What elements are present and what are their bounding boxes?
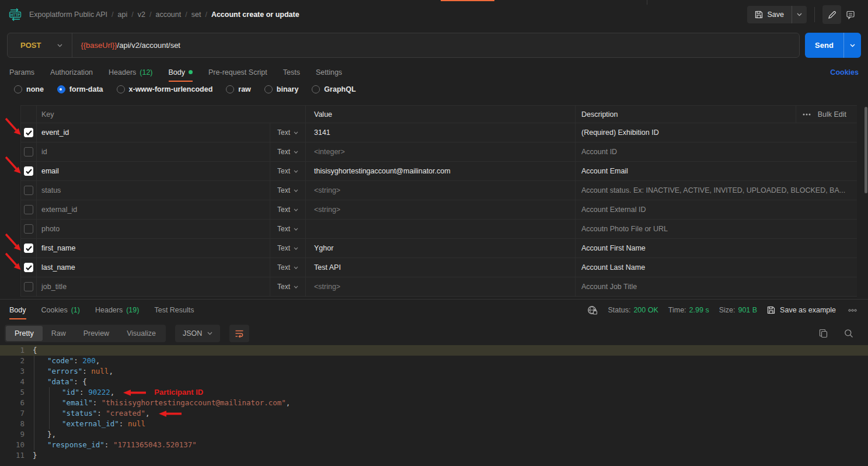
body-mode-none[interactable]: none (14, 85, 44, 93)
search-response-button[interactable] (842, 327, 855, 340)
body-mode-form-data[interactable]: form-data (57, 85, 103, 93)
tab-params[interactable]: Params (9, 62, 34, 82)
save-options-button[interactable] (792, 6, 807, 23)
tab-headers[interactable]: Headers(12) (109, 62, 152, 82)
value-cell[interactable]: <string> (306, 181, 576, 200)
view-tab-pretty[interactable]: Pretty (6, 326, 43, 341)
response-more-options-button[interactable] (846, 304, 859, 317)
value-cell[interactable]: <string> (306, 277, 576, 296)
type-selector[interactable]: Text (270, 123, 306, 142)
line-number: 7 (0, 408, 33, 419)
edit-button[interactable] (822, 5, 841, 24)
wrap-text-button[interactable] (229, 325, 249, 342)
body-mode-raw[interactable]: raw (226, 85, 251, 93)
response-view-bar: PrettyRawPreviewVisualize JSON (0, 324, 868, 343)
bulk-edit-button[interactable]: Bulk Edit (796, 106, 857, 123)
view-tab-visualize[interactable]: Visualize (118, 326, 165, 341)
response-tab-test-results[interactable]: Test Results (154, 300, 194, 321)
type-selector[interactable]: Text (270, 142, 306, 161)
body-mode-graphql[interactable]: GraphQL (312, 85, 355, 93)
response-tab-cookies[interactable]: Cookies(1) (41, 300, 80, 321)
body-modified-dot-icon (189, 70, 193, 74)
value-cell[interactable]: <integer> (306, 142, 576, 161)
view-tab-preview[interactable]: Preview (75, 326, 118, 341)
row-checkbox[interactable] (24, 205, 33, 214)
response-body-actions (817, 327, 863, 340)
send-options-button[interactable] (843, 33, 861, 58)
tab-authorization[interactable]: Authorization (50, 62, 93, 82)
type-selector[interactable]: Text (270, 220, 306, 238)
row-checkbox[interactable] (24, 147, 33, 157)
row-checkbox[interactable] (24, 282, 33, 291)
key-cell[interactable]: first_name (37, 239, 270, 258)
type-selector[interactable]: Text (270, 162, 306, 180)
format-selector[interactable]: JSON (175, 325, 220, 342)
row-checkbox[interactable] (24, 128, 33, 137)
type-selector[interactable]: Text (270, 258, 306, 277)
copy-response-button[interactable] (817, 327, 829, 340)
value-cell[interactable] (306, 220, 576, 238)
response-tab-headers[interactable]: Headers(19) (95, 300, 139, 321)
key-cell[interactable]: job_title (37, 277, 270, 296)
description-cell[interactable]: Account ID (576, 142, 857, 161)
tab-tests[interactable]: Tests (283, 62, 300, 82)
row-checkbox[interactable] (24, 224, 33, 234)
description-cell[interactable]: Account Email (576, 162, 857, 180)
description-cell[interactable]: Account status. Ex: INACTIVE, ACTIVE, IN… (576, 181, 857, 200)
view-tab-raw[interactable]: Raw (43, 326, 75, 341)
tab-settings[interactable]: Settings (316, 62, 342, 82)
description-cell[interactable]: (Required) Exhibition ID (576, 123, 857, 142)
description-cell[interactable]: Accoutn Photo File or URL (576, 220, 857, 238)
key-cell[interactable]: email (37, 162, 270, 180)
tab-pre-request-script[interactable]: Pre-request Script (208, 62, 267, 82)
description-cell[interactable]: Account First Name (576, 239, 857, 258)
key-cell[interactable]: event_id (37, 123, 270, 142)
key-cell[interactable]: status (37, 181, 270, 200)
save-as-example-button[interactable]: Save as example (767, 306, 836, 314)
table-row-photo: photoTextAccoutn Photo File or URL (21, 220, 857, 239)
row-checkbox[interactable] (24, 166, 33, 176)
value-cell[interactable]: Yghor (306, 239, 576, 258)
key-cell[interactable]: photo (37, 220, 270, 238)
body-mode-label: raw (238, 85, 251, 93)
row-checkbox[interactable] (24, 244, 33, 253)
value-cell[interactable]: 3141 (306, 123, 576, 142)
value-cell[interactable]: thisisyghortestingaccount@mailinator.com (306, 162, 576, 180)
body-mode-x-www-form-urlencoded[interactable]: x-www-form-urlencoded (117, 85, 213, 93)
code-annotation (159, 411, 182, 417)
row-checkbox[interactable] (24, 263, 33, 272)
comment-button[interactable] (841, 5, 860, 24)
cookies-link[interactable]: Cookies (830, 68, 859, 76)
key-cell[interactable]: external_id (37, 200, 270, 219)
breadcrumb-item[interactable]: Expoplatform Public API (29, 11, 107, 19)
row-checkbox[interactable] (24, 186, 33, 195)
breadcrumb-item[interactable]: set (191, 11, 201, 19)
size-value: 901 B (738, 306, 757, 314)
body-mode-binary[interactable]: binary (264, 85, 299, 93)
response-tab-body[interactable]: Body (9, 300, 26, 321)
breadcrumb-item[interactable]: account (155, 11, 181, 19)
save-button[interactable]: Save (747, 6, 792, 23)
type-selector[interactable]: Text (270, 277, 306, 296)
method-selector[interactable]: POST (8, 33, 72, 57)
response-body-json[interactable]: 1{2"code": 200,3"errors": null,4"data": … (0, 345, 868, 466)
send-button[interactable]: Send (805, 33, 843, 58)
key-cell[interactable]: last_name (37, 258, 270, 277)
table-scrollbar[interactable] (864, 107, 867, 193)
description-cell[interactable]: Account External ID (576, 200, 857, 219)
description-cell[interactable]: Account Last Name (576, 258, 857, 277)
key-cell[interactable]: id (37, 142, 270, 161)
chevron-down-icon (207, 332, 212, 335)
type-selector[interactable]: Text (270, 200, 306, 219)
type-selector[interactable]: Text (270, 239, 306, 258)
tab-body[interactable]: Body (169, 62, 193, 82)
value-cell[interactable]: <string> (306, 200, 576, 219)
breadcrumb-item[interactable]: api (118, 11, 128, 19)
type-selector[interactable]: Text (270, 181, 306, 200)
description-cell[interactable]: Account Job Title (576, 277, 857, 296)
breadcrumb-item[interactable]: v2 (138, 11, 145, 19)
breadcrumb-separator: / (111, 11, 113, 19)
url-input[interactable]: {{baseUrl}}/api/v2/account/set (72, 41, 189, 50)
type-label: Text (277, 206, 290, 214)
value-cell[interactable]: Test API (306, 258, 576, 277)
